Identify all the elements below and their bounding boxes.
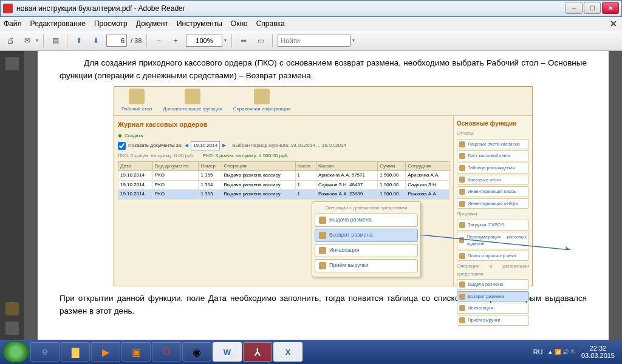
- emb-table: ДатаВид документаНомерОперацияКассаКасси…: [118, 161, 449, 200]
- taskbar-chrome-icon[interactable]: ◉: [182, 342, 211, 362]
- taskbar-word-icon[interactable]: W: [213, 342, 242, 362]
- paragraph-1: Для создания приходного кассового ордера…: [60, 57, 587, 83]
- emb-extra-button: Дополнительные функции: [163, 89, 222, 113]
- page-thumbs-icon[interactable]: ▤: [49, 34, 62, 47]
- window-titlebar: новая инструкция бухгалтерия.pdf - Adobe…: [0, 0, 622, 17]
- close-button[interactable]: ✕: [602, 2, 619, 14]
- zoom-in-icon[interactable]: +: [169, 34, 182, 47]
- menu-edit[interactable]: Редактирование: [30, 19, 86, 28]
- page-content: Для создания приходного кассового ордера…: [38, 51, 609, 340]
- svg-marker-1: [566, 246, 570, 250]
- fit-width-icon[interactable]: ⇔: [237, 34, 250, 47]
- emb-journal-title: Журнал кассовых ордеров: [118, 120, 449, 130]
- taskbar-lync-icon[interactable]: ▣: [121, 342, 151, 362]
- menu-file[interactable]: Файл: [4, 19, 22, 28]
- emb-create-label: Создать: [125, 132, 143, 140]
- menu-document[interactable]: Документ: [136, 19, 168, 28]
- minimize-button[interactable]: ─: [566, 2, 583, 14]
- menu-help[interactable]: Справка: [256, 19, 285, 28]
- menu-view[interactable]: Просмотр: [94, 19, 128, 28]
- zoom-input[interactable]: [186, 35, 222, 47]
- print-icon[interactable]: 🖨: [4, 34, 17, 47]
- doc-close-icon[interactable]: ✕: [610, 19, 617, 29]
- zoom-out-icon[interactable]: −: [152, 34, 165, 47]
- tray-clock[interactable]: 22:32 03.03.2015: [581, 345, 615, 359]
- tray-lang[interactable]: RU: [533, 348, 543, 356]
- document-viewport[interactable]: Для создания приходного кассового ордера…: [24, 51, 622, 340]
- fit-page-icon[interactable]: ▭: [254, 34, 267, 47]
- embedded-screenshot: Рабочий стол Дополнительные функции Спра…: [114, 86, 533, 286]
- taskbar-ie-icon[interactable]: e: [30, 342, 60, 362]
- emb-functions-panel: Основные функции Отчеты Лицевые счета ка…: [453, 116, 532, 286]
- taskbar-opera-icon[interactable]: O: [152, 342, 181, 362]
- emb-popup: Операции с денежными средствами Выдача р…: [312, 201, 421, 277]
- attachments-panel-icon[interactable]: [5, 322, 19, 335]
- comments-panel-icon[interactable]: [5, 302, 19, 315]
- sidebar: [0, 51, 24, 340]
- maximize-button[interactable]: ☐: [584, 2, 601, 14]
- taskbar-explorer-icon[interactable]: ▇: [61, 342, 90, 362]
- taskbar-media-icon[interactable]: ▶: [91, 342, 120, 362]
- menu-bar: Файл Редактирование Просмотр Документ Ин…: [0, 17, 622, 30]
- emb-desktop-button: Рабочий стол: [121, 89, 152, 113]
- menu-window[interactable]: Окно: [231, 19, 248, 28]
- window-title: новая инструкция бухгалтерия.pdf - Adobe…: [16, 4, 185, 13]
- emb-help-button: Справочная информация: [233, 89, 291, 113]
- taskbar-reader-icon[interactable]: ⅄: [243, 342, 272, 362]
- start-button[interactable]: [2, 341, 29, 363]
- page-input[interactable]: [106, 35, 127, 47]
- next-page-icon[interactable]: ⬇: [89, 34, 103, 47]
- taskbar-excel-icon[interactable]: X: [273, 342, 302, 362]
- taskbar: e ▇ ▶ ▣ O ◉ W ⅄ X RU ▲ 📶 🔊 🏳 22:32 03.03…: [0, 340, 622, 364]
- menu-tools[interactable]: Инструменты: [177, 19, 222, 28]
- prev-page-icon[interactable]: ⬆: [72, 34, 86, 47]
- page-total: / 38: [131, 37, 142, 44]
- email-icon[interactable]: ✉: [21, 34, 34, 47]
- toolbar: 🖨 ✉▾ ▤ ⬆ ⬇ / 38 − + ▾ ⇔ ▭ ▾: [0, 30, 622, 51]
- tray-icons[interactable]: ▲ 📶 🔊 🏳: [548, 349, 576, 355]
- pages-panel-icon[interactable]: [5, 57, 19, 70]
- find-input[interactable]: [278, 35, 350, 47]
- pdf-icon: [3, 4, 13, 13]
